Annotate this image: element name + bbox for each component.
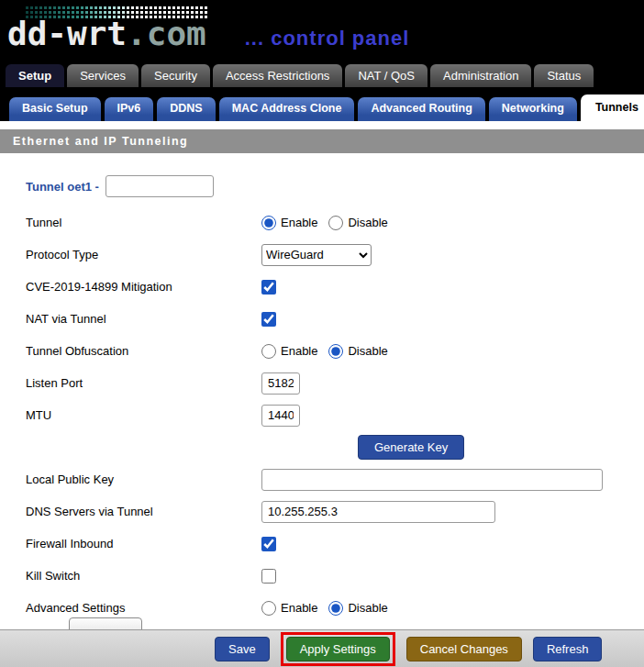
header: dd-wrt.com ... control panel	[0, 0, 644, 61]
generate-key-button[interactable]: Generate Key	[358, 435, 464, 460]
logo-main: dd-wrt	[7, 15, 127, 52]
apply-settings-button[interactable]: Apply Settings	[286, 637, 390, 661]
obfuscation-enable-label: Enable	[281, 344, 317, 358]
subtab-basic-setup[interactable]: Basic Setup	[9, 97, 101, 121]
tunnel-disable-radio[interactable]	[328, 216, 343, 230]
form-row-listen-port: Listen Port	[0, 367, 644, 399]
tab-setup[interactable]: Setup	[6, 64, 64, 87]
form-row-mtu: MTU	[0, 399, 644, 431]
form-row-firewall-inbound: Firewall Inbound	[0, 528, 644, 560]
advanced-enable-radio[interactable]	[261, 601, 276, 616]
form-row-dns-servers: DNS Servers via Tunnel	[0, 495, 644, 528]
tunnel-enable-label: Enable	[281, 216, 317, 229]
form-row-public-key: Local Public Key	[0, 463, 644, 495]
cancel-changes-button[interactable]: Cancel Changes	[406, 637, 522, 661]
advanced-enable-option[interactable]: Enable	[261, 601, 317, 616]
listen-port-input[interactable]	[261, 372, 300, 395]
tunnel-disable-label: Disable	[348, 216, 387, 229]
cve-mitigation-label: CVE-2019-14899 Mitigation	[26, 280, 261, 294]
obfuscation-radio-group: Enable Disable	[261, 344, 388, 359]
form-row-tunnel-name: Tunnel oet1 -	[0, 166, 644, 206]
tunnel-form: Tunnel oet1 - Tunnel Enable Disable Prot…	[0, 153, 644, 624]
tunnel-disable-option[interactable]: Disable	[328, 216, 387, 230]
dns-servers-label: DNS Servers via Tunnel	[26, 505, 261, 518]
kill-switch-checkbox[interactable]	[261, 569, 276, 584]
mtu-input[interactable]	[261, 405, 300, 427]
protocol-type-select[interactable]: WireGuard	[261, 244, 372, 266]
public-key-input[interactable]	[261, 469, 603, 491]
tab-security[interactable]: Security	[141, 64, 210, 87]
refresh-button[interactable]: Refresh	[533, 637, 603, 661]
tab-nat-qos[interactable]: NAT / QoS	[345, 64, 427, 87]
obfuscation-disable-label: Disable	[348, 344, 387, 358]
form-row-protocol-type: Protocol Type WireGuard	[0, 239, 644, 271]
tunnel-obfuscation-label: Tunnel Obfuscation	[26, 344, 261, 358]
advanced-enable-label: Enable	[281, 601, 317, 615]
advanced-radio-group: Enable Disable	[261, 601, 388, 616]
tunnel-radio-group: Enable Disable	[261, 216, 388, 230]
form-row-kill-switch: Kill Switch	[0, 560, 644, 592]
kill-switch-label: Kill Switch	[26, 569, 261, 583]
mtu-label: MTU	[26, 408, 261, 422]
apply-settings-highlight: Apply Settings	[281, 632, 395, 666]
listen-port-label: Listen Port	[26, 376, 261, 390]
obfuscation-disable-option[interactable]: Disable	[328, 344, 387, 359]
obfuscation-disable-radio[interactable]	[328, 344, 343, 359]
tunnel-enable-radio[interactable]	[261, 216, 276, 230]
advanced-disable-label: Disable	[348, 601, 387, 615]
dns-servers-input[interactable]	[261, 501, 495, 523]
tunnel-enable-option[interactable]: Enable	[261, 216, 317, 230]
nat-via-tunnel-label: NAT via Tunnel	[26, 312, 261, 326]
subtab-tunnels[interactable]: Tunnels	[581, 94, 644, 121]
subtab-mac-address-clone[interactable]: MAC Address Clone	[219, 97, 355, 121]
subtab-advanced-routing[interactable]: Advanced Routing	[358, 97, 484, 121]
logo-line: dd-wrt.com ... control panel	[7, 16, 409, 52]
subtab-ddns[interactable]: DDNS	[157, 97, 215, 121]
tunnel-oet1-label: Tunnel oet1 -	[26, 180, 99, 194]
sub-nav-tabs: Basic Setup IPv6 DDNS MAC Address Clone …	[0, 87, 644, 121]
main-nav-tabs: Setup Services Security Access Restricti…	[0, 61, 644, 87]
subtab-ipv6[interactable]: IPv6	[105, 97, 154, 121]
firewall-inbound-checkbox[interactable]	[261, 537, 276, 551]
form-row-cve-mitigation: CVE-2019-14899 Mitigation	[0, 271, 644, 303]
obfuscation-enable-option[interactable]: Enable	[261, 344, 317, 359]
tunnel-label: Tunnel	[26, 216, 261, 229]
nat-via-tunnel-checkbox[interactable]	[261, 312, 276, 327]
protocol-type-label: Protocol Type	[26, 248, 261, 261]
cve-mitigation-checkbox[interactable]	[261, 280, 276, 295]
save-button[interactable]: Save	[215, 637, 270, 661]
form-row-nat-via-tunnel: NAT via Tunnel	[0, 303, 644, 335]
tab-access-restrictions[interactable]: Access Restrictions	[213, 64, 342, 87]
tab-status[interactable]: Status	[534, 64, 594, 87]
obfuscation-enable-radio[interactable]	[261, 344, 276, 359]
section-header: Ethernet and IP Tunneling	[0, 129, 644, 153]
dd-wrt-control-panel: dd-wrt.com ... control panel Setup Servi…	[0, 0, 644, 667]
firewall-inbound-label: Firewall Inbound	[26, 537, 261, 550]
form-row-generate-key: Generate Key	[0, 431, 644, 463]
public-key-label: Local Public Key	[26, 472, 261, 486]
advanced-settings-label: Advanced Settings	[26, 601, 261, 615]
advanced-disable-option[interactable]: Disable	[328, 601, 387, 616]
tunnel-name-input[interactable]	[105, 175, 214, 197]
section-title: Ethernet and IP Tunneling	[13, 135, 188, 148]
tagline: ... control panel	[245, 27, 410, 50]
tab-administration[interactable]: Administration	[430, 64, 531, 87]
logo: dd-wrt.com	[7, 16, 206, 52]
form-row-tunnel: Tunnel Enable Disable	[0, 206, 644, 239]
footer-action-bar: Save Apply Settings Cancel Changes Refre…	[0, 629, 644, 667]
logo-suffix: .com	[127, 15, 206, 52]
advanced-disable-radio[interactable]	[328, 601, 343, 616]
form-row-tunnel-obfuscation: Tunnel Obfuscation Enable Disable	[0, 335, 644, 367]
subtab-networking[interactable]: Networking	[489, 97, 577, 121]
tab-services[interactable]: Services	[67, 64, 139, 87]
